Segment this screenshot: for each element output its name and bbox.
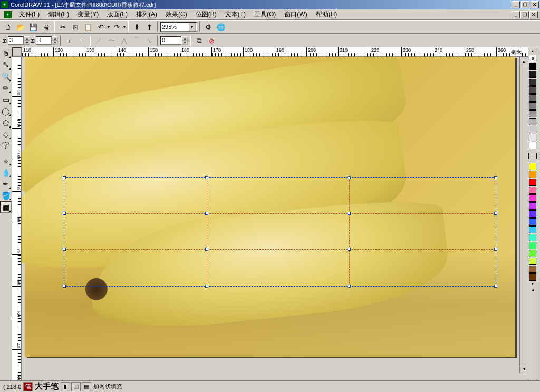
palette-scroll-down[interactable]: ▾ xyxy=(529,281,536,288)
drawing-page[interactable] xyxy=(25,57,515,357)
shape-tool[interactable]: ✎ xyxy=(0,59,12,71)
menu-layout[interactable]: 版面(L) xyxy=(103,9,132,20)
curve-smooth-spinner[interactable]: 0 ▴▾ xyxy=(160,36,188,45)
mesh-cols-spinner[interactable]: ⊞ 3 ▴▾ xyxy=(2,36,30,45)
ruler-unit: 毫米 xyxy=(511,48,522,56)
close-button[interactable]: ✕ xyxy=(531,1,539,8)
menu-arrange[interactable]: 排列(A) xyxy=(132,9,161,20)
line-icon[interactable]: ／ xyxy=(93,35,104,46)
color-swatch[interactable] xyxy=(529,187,536,194)
delete-node-icon[interactable]: − xyxy=(76,35,88,46)
pick-tool[interactable]: 🖱 xyxy=(0,47,12,59)
color-swatch[interactable] xyxy=(529,79,536,86)
open-icon[interactable]: 📂 xyxy=(15,21,26,33)
add-node-icon[interactable]: + xyxy=(63,35,75,46)
menu-help[interactable]: 帮助(H) xyxy=(312,9,342,20)
color-swatch[interactable] xyxy=(529,71,536,78)
color-swatch[interactable] xyxy=(529,234,536,241)
mesh-rows-spinner[interactable]: ⊞ 3 ▴▾ xyxy=(30,36,58,45)
color-swatch[interactable] xyxy=(529,94,536,102)
menu-view[interactable]: 变量(Y) xyxy=(73,9,103,20)
color-swatch[interactable] xyxy=(529,102,536,110)
doc-close-button[interactable]: ✕ xyxy=(529,11,538,18)
redo-icon[interactable]: ↷ xyxy=(111,21,122,33)
overlay-icon: ▦ xyxy=(82,382,91,391)
color-swatch[interactable] xyxy=(529,242,536,249)
copy-mesh-icon[interactable]: ⧉ xyxy=(193,35,205,46)
eyedropper-tool[interactable]: 💧 xyxy=(0,166,12,178)
corel-online-icon[interactable]: 🌐 xyxy=(215,21,227,33)
color-swatch[interactable] xyxy=(529,250,536,257)
clear-mesh-icon[interactable]: ⊘ xyxy=(206,35,217,46)
smooth-icon[interactable]: ⌒ xyxy=(131,35,142,46)
rectangle-tool[interactable]: ▭ xyxy=(0,94,12,105)
color-swatch[interactable] xyxy=(529,266,536,273)
color-swatch[interactable] xyxy=(529,118,536,125)
freehand-tool[interactable]: ✏ xyxy=(0,82,12,94)
menu-edit[interactable]: 编辑(E) xyxy=(44,9,73,20)
color-swatch[interactable] xyxy=(529,171,536,178)
app-launcher-icon[interactable]: ⚙ xyxy=(202,21,214,33)
color-swatch[interactable] xyxy=(529,86,536,94)
polygon-tool[interactable]: ⬠ xyxy=(0,117,12,129)
export-icon[interactable]: ⬆ xyxy=(143,21,155,33)
color-swatch[interactable] xyxy=(529,202,536,210)
palette-flyout[interactable]: ◂ xyxy=(529,288,536,294)
doc-restore-button[interactable]: ❐ xyxy=(520,11,529,18)
basic-shapes-tool[interactable]: ◇ xyxy=(0,129,12,140)
color-swatch[interactable] xyxy=(529,218,536,226)
fill-tool[interactable]: 🪣 xyxy=(0,190,12,201)
menu-file[interactable]: 文件(F) xyxy=(15,9,44,20)
copy-icon[interactable]: ⎘ xyxy=(70,21,81,33)
menu-effects[interactable]: 效果(C) xyxy=(161,9,191,20)
color-swatch[interactable] xyxy=(529,194,536,202)
color-swatch[interactable] xyxy=(529,226,536,233)
interactive-blend-tool[interactable]: ⟐ xyxy=(0,155,12,166)
current-fill-swatch[interactable] xyxy=(528,153,537,159)
ruler-origin[interactable] xyxy=(12,47,22,57)
vertical-ruler[interactable]: 30 40 50 60 70 80 90 100 110 120 xyxy=(12,57,22,381)
interactive-fill-tool[interactable]: ▦ xyxy=(0,201,12,213)
symmetric-icon[interactable]: ∿ xyxy=(143,35,155,46)
new-icon[interactable]: 🗋 xyxy=(2,21,14,33)
menu-bitmaps[interactable]: 位图(B) xyxy=(191,9,221,20)
outline-tool[interactable]: ✒ xyxy=(0,178,12,190)
zoom-tool[interactable]: 🔍 xyxy=(0,71,12,82)
drawing-viewport[interactable]: ▴ ▾ xyxy=(22,57,528,381)
color-swatch[interactable] xyxy=(529,110,536,117)
doc-minimize-button[interactable]: _ xyxy=(512,11,520,18)
mesh-fill-selection[interactable] xyxy=(64,177,496,287)
menu-window[interactable]: 窗口(W) xyxy=(280,9,311,20)
menu-tools[interactable]: 工具(O) xyxy=(250,9,280,20)
color-swatch[interactable] xyxy=(529,126,536,133)
paste-icon[interactable]: 📋 xyxy=(82,21,94,33)
import-icon[interactable]: ⬇ xyxy=(131,21,142,33)
color-swatch[interactable] xyxy=(529,134,536,141)
overlay-action: 加网状填充 xyxy=(93,383,122,390)
undo-icon[interactable]: ↶ xyxy=(95,21,107,33)
horizontal-ruler[interactable]: 110 120 130 140 150 160 170 180 190 200 … xyxy=(22,47,528,57)
restore-button[interactable]: ❐ xyxy=(521,1,529,8)
text-tool[interactable]: 字 xyxy=(0,140,12,152)
docker-strip[interactable] xyxy=(537,47,540,390)
color-swatch[interactable] xyxy=(529,179,536,186)
print-icon[interactable]: 🖨 xyxy=(40,21,52,33)
zoom-level-input[interactable]: 295%▼ xyxy=(160,22,197,32)
color-swatch[interactable] xyxy=(529,258,536,265)
cusp-icon[interactable]: ⋀ xyxy=(118,35,130,46)
ellipse-tool[interactable]: ◯ xyxy=(0,105,12,117)
cut-icon[interactable]: ✂ xyxy=(57,21,69,33)
curve-icon[interactable]: 〜 xyxy=(105,35,117,46)
color-swatch[interactable] xyxy=(529,63,536,70)
save-icon[interactable]: 💾 xyxy=(27,21,39,33)
property-bar: ⊞ 3 ▴▾ ⊞ 3 ▴▾ + − ／ 〜 ⋀ ⌒ ∿ 0 ▴▾ ⧉ ⊘ xyxy=(0,34,540,47)
minimize-button[interactable]: _ xyxy=(512,1,520,8)
menu-text[interactable]: 文本(T) xyxy=(221,9,250,20)
vertical-scrollbar[interactable]: ▴ ▾ xyxy=(519,57,528,373)
palette-scroll-up[interactable]: ▴ xyxy=(529,48,536,55)
no-color-swatch[interactable] xyxy=(529,55,536,62)
color-swatch[interactable] xyxy=(529,210,536,218)
color-swatch[interactable] xyxy=(529,142,536,149)
color-swatch[interactable] xyxy=(529,163,536,170)
color-swatch[interactable] xyxy=(529,273,536,281)
